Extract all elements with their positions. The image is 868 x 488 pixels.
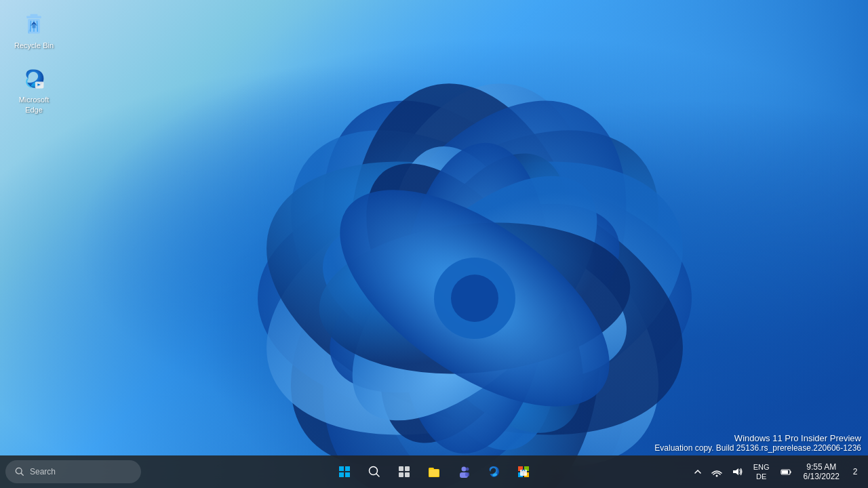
notification-count: 2 — [853, 467, 858, 476]
svg-rect-30 — [345, 466, 350, 471]
task-view-icon — [397, 465, 411, 479]
desktop: Recycle Bin — [0, 0, 868, 488]
language-primary: ENG — [753, 462, 770, 472]
recycle-bin-label: Recycle Bin — [14, 41, 54, 50]
watermark-line1: Windows 11 Pro Insider Preview — [654, 433, 861, 443]
taskbar-search-icon — [368, 465, 381, 479]
notification-badge[interactable]: 2 — [848, 458, 863, 485]
svg-line-25 — [37, 21, 38, 32]
file-explorer-icon — [427, 465, 441, 479]
edge-taskbar-icon — [487, 465, 500, 479]
svg-point-51 — [715, 475, 717, 477]
start-icon — [338, 465, 351, 479]
svg-rect-32 — [345, 472, 350, 477]
svg-rect-45 — [465, 472, 469, 476]
battery-tray[interactable] — [776, 464, 795, 480]
wallpaper-flower — [122, 0, 834, 488]
edge-label: Microsoft Edge — [11, 95, 57, 115]
battery-icon — [781, 466, 791, 477]
store-icon — [517, 465, 530, 479]
wallpaper — [0, 0, 868, 488]
network-icon — [711, 466, 722, 477]
svg-rect-36 — [405, 466, 410, 471]
sound-tray[interactable] — [728, 464, 747, 480]
edge-svg — [22, 66, 46, 91]
recycle-bin-svg — [22, 12, 46, 37]
store-button[interactable] — [510, 458, 537, 485]
svg-rect-35 — [399, 466, 403, 471]
microsoft-edge-icon[interactable]: Microsoft Edge — [7, 61, 61, 119]
svg-point-42 — [462, 467, 467, 472]
svg-rect-50 — [520, 470, 527, 476]
svg-rect-41 — [429, 470, 439, 476]
search-label: Search — [30, 467, 56, 476]
svg-rect-54 — [790, 471, 791, 473]
edge-taskbar-button[interactable] — [480, 458, 507, 485]
teams-button[interactable] — [450, 458, 477, 485]
svg-line-23 — [31, 21, 31, 32]
language-secondary: DE — [756, 472, 766, 481]
taskbar-search[interactable]: Search — [5, 460, 141, 483]
clock-tray[interactable]: 9:55 AM 6/13/2022 — [797, 461, 846, 483]
file-explorer-button[interactable] — [420, 458, 448, 485]
svg-line-28 — [21, 473, 23, 475]
taskbar-search-button[interactable] — [361, 458, 388, 485]
svg-line-34 — [376, 474, 379, 476]
teams-icon — [457, 465, 471, 479]
svg-rect-37 — [399, 472, 403, 477]
taskbar-center — [331, 458, 537, 485]
recycle-bin-icon[interactable]: Recycle Bin — [7, 7, 61, 54]
recycle-bin-image — [20, 11, 47, 38]
watermark: Windows 11 Pro Insider Preview Evaluatio… — [654, 433, 861, 453]
svg-point-19 — [451, 274, 498, 322]
language-tray[interactable]: ENG DE — [748, 461, 775, 483]
tray-chevron[interactable] — [690, 465, 706, 479]
sound-icon — [732, 466, 743, 477]
watermark-line2: Evaluation copy. Build 25136.rs_prerelea… — [654, 443, 861, 453]
network-tray[interactable] — [707, 464, 726, 480]
clock-time: 9:55 AM — [806, 462, 836, 472]
desktop-icons: Recycle Bin — [7, 7, 61, 119]
taskbar: Search — [0, 455, 868, 488]
start-button[interactable] — [331, 458, 358, 485]
svg-rect-53 — [782, 470, 788, 474]
svg-rect-38 — [405, 472, 410, 477]
svg-rect-21 — [31, 14, 38, 17]
edge-image — [20, 65, 47, 92]
svg-point-44 — [466, 468, 469, 471]
system-tray: ENG DE 9:55 AM 6/13/2022 2 — [690, 455, 868, 488]
svg-rect-31 — [339, 472, 344, 477]
search-icon — [15, 467, 24, 476]
clock-date: 6/13/2022 — [804, 472, 840, 481]
task-view-button[interactable] — [391, 458, 418, 485]
svg-rect-29 — [339, 466, 344, 471]
chevron-up-icon — [694, 468, 702, 476]
